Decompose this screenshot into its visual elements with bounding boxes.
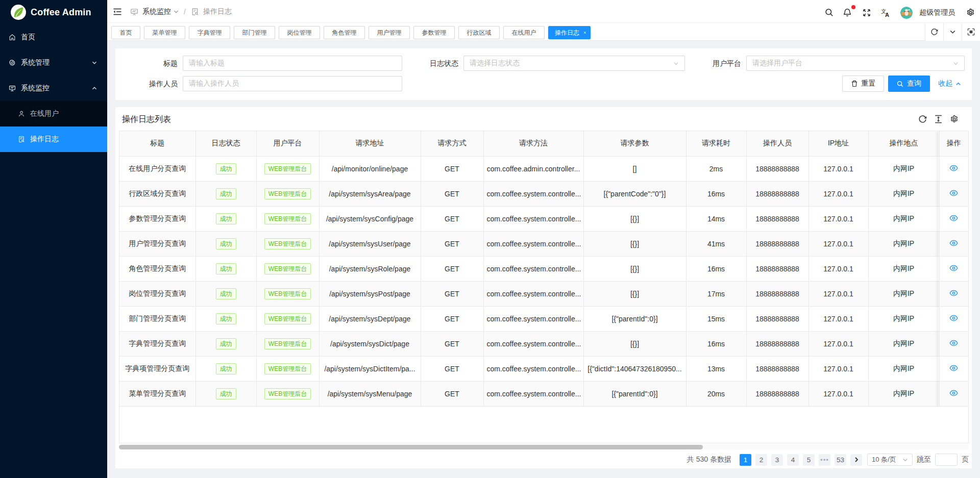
- cell-method: GET: [421, 331, 483, 356]
- cell-func: com.coffee.system.controlle...: [483, 206, 583, 231]
- tab[interactable]: 行政区域: [458, 26, 500, 39]
- operator-input[interactable]: 请输入操作人员: [183, 76, 402, 91]
- view-detail-button[interactable]: [949, 290, 958, 296]
- view-detail-button[interactable]: [949, 265, 958, 271]
- jump-label: 跳至: [917, 455, 931, 464]
- breadcrumb-parent[interactable]: 系统监控: [142, 7, 171, 16]
- cell-location: 内网IP: [868, 206, 939, 231]
- tabs-menu-button[interactable]: [943, 23, 962, 41]
- cell-func: com.coffee.system.controlle...: [483, 281, 583, 306]
- tab[interactable]: 首页: [111, 26, 140, 39]
- title-input[interactable]: 请输入标题: [183, 56, 402, 71]
- page-button[interactable]: 5: [803, 454, 815, 466]
- view-detail-button[interactable]: [949, 190, 958, 196]
- status-badge: 成功: [216, 388, 236, 399]
- page-button[interactable]: 2: [755, 454, 767, 466]
- platform-badge: WEB管理后台: [264, 388, 311, 399]
- tab[interactable]: 在线用户: [503, 26, 545, 39]
- page-button[interactable]: 53: [835, 454, 846, 466]
- notifications-button[interactable]: [843, 1, 851, 24]
- breadcrumb-current: 操作日志: [203, 7, 232, 16]
- tab[interactable]: 部门管理: [234, 26, 275, 39]
- cell-status: 成功: [195, 181, 256, 206]
- status-select[interactable]: 请选择日志状态: [463, 56, 685, 71]
- translate-button[interactable]: 文A: [881, 1, 890, 24]
- view-detail-button[interactable]: [949, 240, 958, 246]
- horizontal-scrollbar: [119, 444, 969, 449]
- cell-location: 内网IP: [868, 256, 939, 281]
- platform-select-placeholder: 请选择用户平台: [752, 59, 949, 68]
- cell-method: GET: [421, 231, 483, 256]
- logo[interactable]: Coffee Admin: [0, 0, 107, 24]
- search-icon: [897, 81, 903, 87]
- tab[interactable]: 菜单管理: [144, 26, 185, 39]
- search-icon: [825, 8, 834, 17]
- cell-location: 内网IP: [868, 231, 939, 256]
- view-detail-button[interactable]: [949, 340, 958, 346]
- refresh-tab-button[interactable]: [925, 23, 943, 41]
- tab[interactable]: 操作日志: [548, 26, 591, 39]
- main-area: 系统监控 / 操作日志 文A: [107, 0, 980, 478]
- menu-fold-icon[interactable]: [113, 7, 122, 16]
- user-name[interactable]: 超级管理员: [919, 1, 955, 24]
- page-size-value: 10 条/页: [872, 455, 902, 464]
- platform-badge: WEB管理后台: [264, 213, 311, 224]
- platform-badge: WEB管理后台: [264, 363, 311, 374]
- platform-select[interactable]: 请选择用户平台: [746, 56, 965, 71]
- page-button[interactable]: 3: [771, 454, 783, 466]
- cell-platform: WEB管理后台: [256, 356, 319, 381]
- cell-status: 成功: [195, 156, 256, 181]
- sidebar-item-operation-log[interactable]: 操作日志: [0, 127, 107, 152]
- column-header: 日志状态: [195, 131, 256, 156]
- page-size-select[interactable]: 10 条/页: [867, 454, 913, 466]
- close-icon[interactable]: [583, 31, 586, 34]
- page-button[interactable]: 1: [740, 454, 751, 466]
- tab[interactable]: 字典管理: [189, 26, 230, 39]
- view-detail-button[interactable]: [949, 165, 958, 171]
- eye-icon: [949, 340, 958, 346]
- tab[interactable]: 角色管理: [324, 26, 365, 39]
- tab[interactable]: 参数管理: [413, 26, 455, 39]
- pagination-total: 共 530 条数据: [687, 455, 731, 464]
- view-detail-button[interactable]: [949, 215, 958, 221]
- tab[interactable]: 岗位管理: [279, 26, 320, 39]
- column-height-icon[interactable]: [934, 115, 943, 123]
- page-button[interactable]: 4: [787, 454, 799, 466]
- collapse-link[interactable]: 收起: [938, 76, 961, 92]
- view-detail-button[interactable]: [949, 315, 958, 321]
- fullscreen-button[interactable]: [863, 1, 871, 24]
- cell-url: /api/system/sysMenu/page: [319, 381, 421, 406]
- svg-text:A: A: [885, 12, 889, 17]
- next-page-button[interactable]: [850, 454, 862, 466]
- cell-status: 成功: [195, 231, 256, 256]
- settings-button[interactable]: [966, 1, 975, 24]
- cell-params: [{}]: [583, 281, 686, 306]
- eye-icon: [949, 390, 958, 396]
- search-button[interactable]: [825, 1, 834, 24]
- chevron-up-icon: [92, 86, 97, 91]
- content-fullscreen-button[interactable]: [962, 23, 980, 41]
- view-detail-button[interactable]: [949, 365, 958, 371]
- avatar[interactable]: [900, 1, 913, 24]
- content: 标题 请输入标题 日志状态 请选择日志状态 用户平台 请选择用户平台 操作人员 …: [107, 41, 980, 478]
- reset-button[interactable]: 重置: [842, 76, 884, 92]
- eye-icon: [949, 215, 958, 221]
- sidebar-item-system-manage[interactable]: 系统管理: [0, 50, 107, 76]
- view-detail-button[interactable]: [949, 390, 958, 396]
- sidebar-item-online-user[interactable]: 在线用户: [0, 101, 107, 127]
- table-row: 菜单管理分页查询 成功 WEB管理后台 /api/system/sysMenu/…: [119, 381, 968, 406]
- cell-status: 成功: [195, 256, 256, 281]
- refresh-icon[interactable]: [918, 115, 927, 123]
- cell-url: /api/system/sysDictItem/pa...: [319, 356, 421, 381]
- cell-url: /api/system/sysConfig/page: [319, 206, 421, 231]
- page-button[interactable]: •••: [819, 454, 830, 466]
- tab[interactable]: 用户管理: [369, 26, 410, 39]
- sidebar-item-home[interactable]: 首页: [0, 24, 107, 50]
- jump-page-input[interactable]: [935, 454, 958, 466]
- eye-icon: [949, 240, 958, 246]
- gear-icon[interactable]: [950, 115, 959, 123]
- fullscreen-box-icon: [967, 28, 975, 36]
- scrollbar-thumb[interactable]: [119, 445, 703, 449]
- sidebar-item-system-monitor[interactable]: 系统监控: [0, 76, 107, 101]
- search-button[interactable]: 查询: [888, 76, 930, 92]
